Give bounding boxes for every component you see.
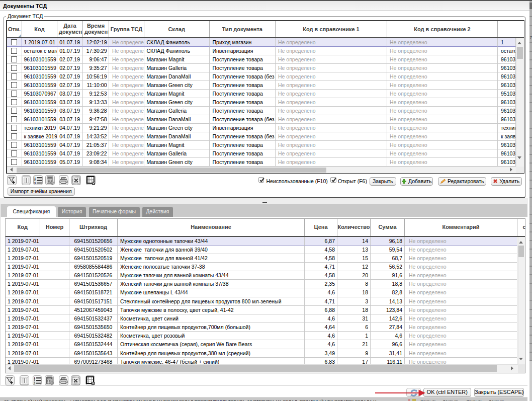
svg-text:3: 3 [34, 181, 36, 184]
svg-text:3: 3 [34, 381, 35, 384]
